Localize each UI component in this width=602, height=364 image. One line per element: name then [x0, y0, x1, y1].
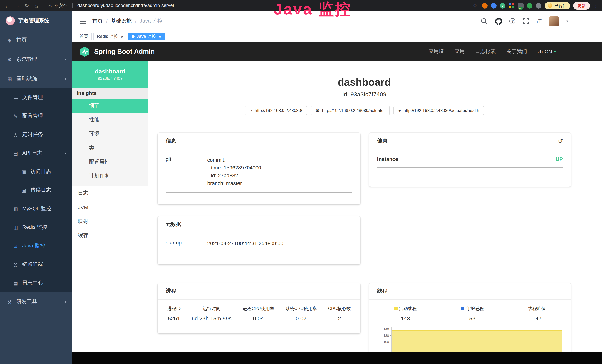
active-dot-icon — [132, 35, 135, 38]
startup-row: startup 2021-04-27T00:44:31.254+08:00 — [166, 233, 352, 253]
annotation-java-monitor: Java 监控 — [274, 1, 352, 18]
metric-label: 进程ID — [167, 306, 181, 312]
vue-devtools-icon[interactable]: v — [500, 3, 505, 8]
sba-nav-about[interactable]: 关于我们 — [506, 48, 527, 55]
sba-menu-config-props[interactable]: 配置属性 — [72, 155, 148, 169]
page-subtitle: Id: 93a3fc7f7409 — [158, 91, 571, 98]
metric-value: 5261 — [167, 315, 181, 321]
health-card: 健康 ↺ Instance UP — [369, 133, 571, 187]
chrome-toolbar-right: ☆ v on 已暂停 更新 ⋮ — [471, 2, 599, 10]
back-icon[interactable]: ← — [4, 2, 11, 9]
github-icon[interactable] — [495, 18, 502, 25]
sidebar-item-redis-monitor[interactable]: ◫ Redis 监控 — [0, 218, 72, 237]
user-avatar[interactable] — [549, 16, 559, 26]
sba-menu-scheduled-tasks[interactable]: 计划任务 — [72, 169, 148, 183]
url-separator — [72, 3, 73, 8]
help-icon[interactable]: ? — [510, 18, 516, 24]
avatar-caret-icon[interactable]: ▾ — [566, 19, 568, 23]
sidebar-item-trace[interactable]: ◎ 链路追踪 — [0, 255, 72, 274]
actuator-link[interactable]: ⚙ http://192.168.0.2:48080/actuator — [311, 106, 390, 115]
sba-menu-mappings[interactable]: 映射 — [72, 214, 148, 228]
metric-value: 143 — [394, 315, 417, 321]
card-title: 信息 — [166, 138, 176, 144]
close-icon[interactable]: × — [159, 34, 161, 39]
sba-menu-jvm[interactable]: JVM — [72, 200, 148, 214]
bookmark-star-icon[interactable]: ☆ — [471, 2, 479, 9]
active-threads-metric: 活动线程 143 — [394, 306, 417, 321]
breadcrumb-home[interactable]: 首页 — [92, 18, 103, 24]
history-icon[interactable]: ↺ — [558, 137, 563, 144]
sidebar-item-config-mgmt[interactable]: ✎ 配置管理 — [0, 107, 72, 125]
sba-sidebar: dashboard 93a3fc7f7409 Insights 细节 性能 环境… — [72, 61, 148, 364]
status-badge: UP — [556, 156, 563, 162]
edit-icon: ✎ — [13, 113, 22, 119]
sba-menu-environment[interactable]: 环境 — [72, 127, 148, 141]
security-label[interactable]: 不安全 — [54, 2, 67, 9]
sidebar-item-access-logs[interactable]: ▣ 访问日志 — [0, 162, 72, 181]
health-link[interactable]: ♥ http://192.168.0.2:48080/actuator/heal… — [393, 106, 484, 115]
profile-emoji-icon — [548, 3, 552, 8]
chrome-menu-icon[interactable]: ⋮ — [593, 3, 599, 9]
instance-home-link[interactable]: ⌂ http://192.168.0.2:48080/ — [245, 106, 307, 115]
sba-nav-wall[interactable]: 应用墙 — [429, 48, 444, 55]
sidebar-item-scheduled-jobs[interactable]: ◷ 定时任务 — [0, 125, 72, 144]
sba-menu-classes[interactable]: 类 — [72, 141, 148, 155]
sba-menu-caches[interactable]: 缓存 — [72, 228, 148, 243]
search-icon[interactable] — [481, 18, 488, 24]
sidebar-item-error-logs[interactable]: ▣ 错误日志 — [0, 181, 72, 200]
threads-card-title: 线程 — [369, 283, 571, 300]
breadcrumb-infrastructure[interactable]: 基础设施 — [111, 18, 132, 24]
legend-label: 活动线程 — [399, 306, 417, 312]
fullscreen-icon[interactable] — [523, 18, 529, 24]
on-badge: on — [519, 7, 523, 10]
sba-nav-applications[interactable]: 应用 — [454, 48, 465, 55]
insights-group: Insights 细节 性能 环境 类 配置属性 计划任务 — [72, 87, 148, 186]
sidebar-item-home[interactable]: ◉ 首页 — [0, 30, 72, 50]
extension-icon-blue[interactable] — [491, 3, 496, 8]
sidebar-item-api-logs[interactable]: ▤ API 日志 ▴ — [0, 144, 72, 162]
tab-redis-monitor[interactable]: Redis 监控 × — [93, 33, 127, 40]
chrome-update-button[interactable]: 更新 — [573, 2, 590, 10]
sidebar-item-file-mgmt[interactable]: ☁ 文件管理 — [0, 88, 72, 107]
locale-selector[interactable]: zh-CN ▾ — [538, 49, 556, 54]
tab-java-monitor[interactable]: Java 监控 × — [129, 33, 164, 40]
sba-menu-details[interactable]: 细节 — [72, 99, 148, 113]
sidebar-item-infrastructure[interactable]: ▦ 基础设施 ▴ — [0, 69, 72, 88]
card-title: 健康 — [377, 138, 387, 144]
sba-nav-journal[interactable]: 日志报表 — [475, 48, 496, 55]
instance-header[interactable]: dashboard 93a3fc7f7409 — [72, 61, 148, 87]
sidebar-item-java-monitor[interactable]: ⊡ Java 监控 — [0, 237, 72, 255]
process-id-metric: 进程ID 5261 — [167, 306, 181, 321]
home-icon[interactable]: ⌂ — [33, 2, 40, 9]
monitor-icon: ▦ — [7, 76, 16, 81]
sidebar-item-dev-tools[interactable]: ⚒ 研发工具 ▾ — [0, 292, 72, 311]
sba-menu-performance[interactable]: 性能 — [72, 113, 148, 127]
extensions-puzzle-icon[interactable] — [536, 3, 541, 8]
extension-icon-grid[interactable] — [509, 3, 514, 8]
reload-icon[interactable]: ↻ — [23, 2, 30, 9]
log-icon: ▣ — [22, 187, 30, 193]
tab-home[interactable]: 首页 — [76, 33, 92, 40]
sidebar-item-log-center[interactable]: ▤ 日志中心 — [0, 274, 72, 292]
font-size-icon[interactable]: TT — [536, 18, 542, 24]
sidebar-item-label: 错误日志 — [30, 187, 51, 193]
extension-icon-orange[interactable] — [482, 3, 488, 8]
main-column: 首页 / 基础设施 / Java 监控 ? — [72, 11, 602, 364]
hamburger-menu-icon[interactable] — [80, 19, 86, 24]
sidebar-item-label: 定时任务 — [22, 131, 43, 138]
header-actions: ? TT ▾ — [481, 16, 595, 26]
close-icon[interactable]: × — [121, 34, 123, 39]
sba-brand-title[interactable]: Spring Boot Admin — [94, 48, 155, 55]
grid-square-icon — [509, 3, 511, 5]
forward-icon[interactable]: → — [13, 2, 21, 9]
security-warning-icon[interactable]: ⚠ — [48, 3, 52, 8]
home-icon: ⌂ — [249, 108, 252, 113]
sidebar-item-label: 系统管理 — [16, 56, 37, 63]
sba-menu-logs[interactable]: 日志 — [72, 186, 148, 200]
sidebar-item-system-mgmt[interactable]: ⚙ 系统管理 ▾ — [0, 50, 72, 69]
extension-icon-on-badge[interactable]: on — [518, 3, 524, 8]
sidebar-item-mysql-monitor[interactable]: ▥ MySQL 监控 — [0, 200, 72, 218]
extension-icon-green[interactable] — [527, 3, 532, 8]
profile-paused-badge[interactable]: 已暂停 — [545, 2, 570, 9]
address-bar-url[interactable]: dashboard.yudao.iocoder.cn/infra/admin-s… — [77, 3, 174, 8]
